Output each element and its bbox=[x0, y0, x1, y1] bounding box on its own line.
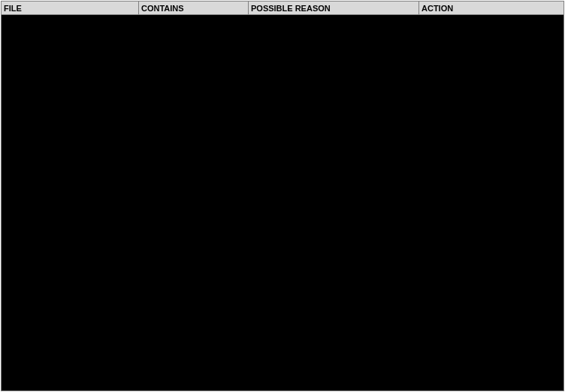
table-body-col-contains bbox=[139, 15, 249, 390]
table-body bbox=[2, 15, 563, 390]
table-body-col-file bbox=[2, 15, 139, 390]
column-header-action: ACTION bbox=[419, 2, 563, 14]
column-header-contains: CONTAINS bbox=[139, 2, 249, 14]
table-container: FILE CONTAINS POSSIBLE REASON ACTION bbox=[1, 1, 564, 391]
table-body-col-action bbox=[419, 15, 563, 390]
table-body-col-possible-reason bbox=[249, 15, 419, 390]
column-header-possible-reason: POSSIBLE REASON bbox=[249, 2, 419, 14]
table-header-row: FILE CONTAINS POSSIBLE REASON ACTION bbox=[2, 2, 563, 15]
column-header-file: FILE bbox=[2, 2, 139, 14]
